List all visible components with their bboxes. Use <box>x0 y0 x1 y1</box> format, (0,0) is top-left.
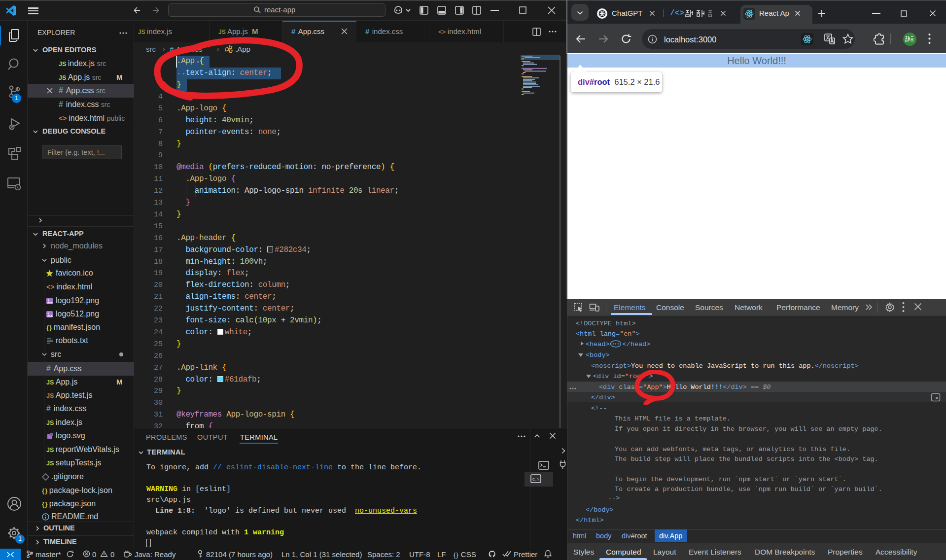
svg-text:C:\: C:\ <box>532 477 540 482</box>
